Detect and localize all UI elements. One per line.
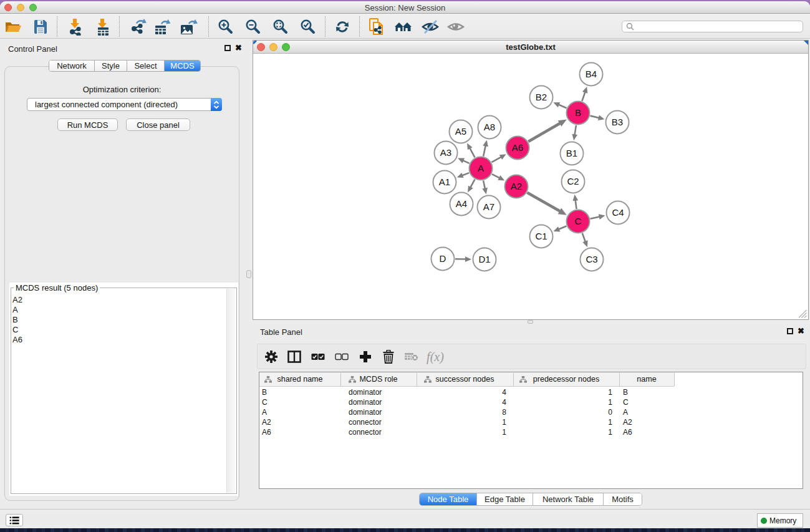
graph-node-B3[interactable]: B3	[606, 111, 629, 134]
control-panel-float-button[interactable]	[224, 45, 231, 51]
graph-node-D[interactable]: D	[432, 248, 455, 271]
table-cell[interactable]: connector	[349, 428, 382, 437]
add-column-button[interactable]	[356, 347, 375, 366]
search-input[interactable]	[622, 21, 803, 32]
table-cell[interactable]: B	[623, 388, 628, 397]
tab-node-table[interactable]: Node Table	[420, 493, 477, 505]
table-cell[interactable]: 8	[463, 408, 506, 417]
home-layout-button[interactable]	[394, 17, 413, 36]
graph-edge-A-A2[interactable]	[492, 174, 500, 178]
open-file-button[interactable]	[4, 17, 22, 36]
tab-motifs[interactable]: Motifs	[604, 493, 642, 505]
graph-edge-B-B3[interactable]	[590, 116, 599, 118]
export-image-button[interactable]	[180, 17, 198, 36]
table-row[interactable]: A2connector11A2	[259, 417, 803, 427]
table-cell[interactable]: 1	[569, 398, 612, 407]
criterion-dropdown[interactable]: largest connected component (directed)	[27, 98, 222, 111]
export-network-button[interactable]	[129, 17, 148, 36]
close-panel-button[interactable]: Close panel	[126, 118, 190, 131]
mcds-result-item[interactable]: C	[12, 325, 22, 335]
table-cell[interactable]: 4	[463, 398, 506, 407]
network-graph-canvas[interactable]: B4B2BB3A8A5A6A3B1AC2A1A2A4A7C4CC1DD1C3	[253, 53, 808, 319]
graph-edge-C-C3[interactable]	[582, 233, 586, 243]
mcds-result-scrollbar[interactable]	[226, 289, 236, 493]
mcds-result-item[interactable]: A	[12, 305, 22, 315]
column-separator[interactable]	[417, 373, 417, 386]
split-divider-grip[interactable]	[246, 270, 251, 278]
unselect-all-columns-button[interactable]	[332, 347, 351, 366]
graph-node-A3[interactable]: A3	[435, 142, 458, 165]
import-table-button[interactable]	[94, 17, 112, 36]
table-cell[interactable]: 1	[569, 388, 612, 397]
graph-edge-B-B2[interactable]	[558, 104, 567, 108]
graph-edge-C-C4[interactable]	[591, 216, 600, 219]
table-cell[interactable]: B	[262, 388, 267, 397]
delete-table-button[interactable]	[402, 347, 421, 366]
hide-selected-button[interactable]	[421, 17, 440, 36]
import-network-button[interactable]	[66, 17, 85, 36]
graph-node-A8[interactable]: A8	[478, 116, 501, 139]
table-cell[interactable]: connector	[349, 418, 382, 427]
table-cell[interactable]: C	[623, 398, 629, 407]
table-row[interactable]: Adominator80A	[259, 407, 803, 417]
run-mcds-button[interactable]: Run MCDS	[57, 118, 118, 131]
graph-node-C[interactable]: C	[567, 210, 590, 233]
graph-node-A1[interactable]: A1	[433, 171, 456, 194]
column-separator[interactable]	[674, 373, 675, 386]
table-cell[interactable]: dominator	[349, 408, 382, 417]
graph-edge-C-C2[interactable]	[576, 200, 577, 209]
column-separator[interactable]	[619, 373, 620, 386]
mcds-result-item[interactable]: A2	[12, 295, 22, 305]
table-cell[interactable]: A2	[262, 418, 271, 427]
tab-edge-table[interactable]: Edge Table	[477, 493, 533, 505]
table-cell[interactable]: A	[623, 408, 628, 417]
show-all-button[interactable]	[446, 17, 465, 36]
mcds-result-item[interactable]: B	[12, 315, 22, 325]
mcds-result-list[interactable]: A2ABCA6	[12, 295, 22, 345]
graph-edge-A-A7[interactable]	[483, 181, 485, 190]
table-cell[interactable]: A2	[623, 418, 632, 427]
select-all-columns-button[interactable]	[309, 347, 327, 366]
tab-network[interactable]: Network	[49, 60, 95, 71]
table-row[interactable]: Bdominator41B	[259, 387, 803, 397]
table-panel-float-button[interactable]	[787, 328, 793, 334]
function-builder-button[interactable]: f(x)	[426, 347, 445, 366]
delete-column-button[interactable]	[379, 347, 398, 366]
tab-style[interactable]: Style	[95, 60, 127, 71]
table-cell[interactable]: 1	[569, 428, 612, 437]
table-cell[interactable]: 1	[463, 418, 506, 427]
graph-edge-A-A8[interactable]	[483, 145, 486, 156]
export-table-button[interactable]	[153, 17, 171, 36]
table-panel-close-button[interactable]: ✖	[798, 328, 804, 334]
table-cell[interactable]: A	[262, 408, 267, 417]
graph-node-B2[interactable]: B2	[530, 86, 553, 109]
table-row[interactable]: A6connector11A6	[259, 427, 803, 437]
graph-node-A6[interactable]: A6	[506, 137, 529, 160]
mcds-result-item[interactable]: A6	[12, 335, 22, 345]
copy-network-button[interactable]	[367, 17, 386, 36]
graph-node-B4[interactable]: B4	[580, 63, 603, 86]
graph-node-B[interactable]: B	[567, 102, 590, 125]
column-layout-button[interactable]	[285, 347, 304, 366]
graph-node-A5[interactable]: A5	[450, 120, 473, 143]
control-panel-close-button[interactable]: ✖	[235, 45, 242, 51]
graph-node-D1[interactable]: D1	[473, 248, 496, 271]
graph-edge-B-B4[interactable]	[582, 91, 585, 101]
tab-network-table[interactable]: Network Table	[533, 493, 604, 505]
zoom-in-button[interactable]	[216, 17, 235, 36]
graph-node-C1[interactable]: C1	[530, 225, 553, 248]
refresh-button[interactable]	[333, 17, 352, 36]
table-cell[interactable]: A6	[262, 428, 271, 437]
table-cell[interactable]: A6	[623, 428, 632, 437]
table-cell[interactable]: 0	[569, 408, 612, 417]
graph-node-A[interactable]: A	[470, 157, 493, 180]
tab-mcds[interactable]: MCDS	[165, 60, 200, 71]
table-cell[interactable]: C	[262, 398, 268, 407]
graph-edge-A2-C[interactable]	[527, 193, 561, 211]
zoom-selected-button[interactable]	[299, 17, 317, 36]
table-cell[interactable]: 1	[463, 428, 506, 437]
graph-node-A2[interactable]: A2	[505, 175, 528, 198]
table-cell[interactable]: 1	[569, 418, 612, 427]
graph-node-C3[interactable]: C3	[581, 248, 604, 271]
column-header-predecessor-nodes[interactable]: predecessor nodes	[513, 372, 619, 386]
